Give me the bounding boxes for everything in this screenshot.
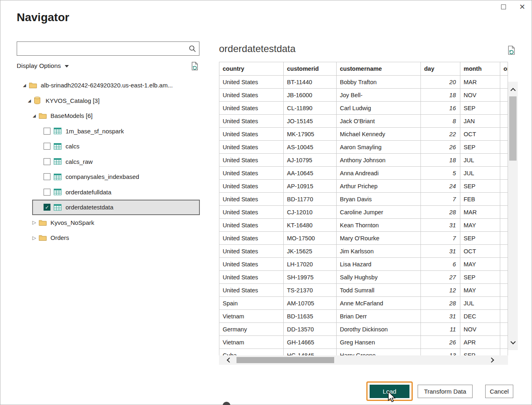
table-row: United StatesJK-15625Jim Karlsson31OCT [219,245,508,258]
table-cell: BD-11635 [284,310,337,323]
table-cell [500,167,508,180]
tree-item-orderdatefulldata[interactable]: orderdatefulldata [32,185,200,200]
table-row: VietnamGH-14665Greg Hansen26APR [219,336,508,349]
table-cell: NOV [460,323,500,336]
column-header: customerid [284,62,337,76]
table-checkbox[interactable] [44,143,50,150]
column-header: country [219,62,284,76]
collapse-arrow-icon[interactable]: ◢ [31,113,37,118]
close-button[interactable]: ✕ [513,0,532,13]
expand-arrow-icon[interactable]: ▷ [31,235,37,241]
scroll-left-button[interactable] [222,355,234,365]
table-checkbox[interactable] [44,189,50,196]
tree-item-basemodels-6[interactable]: ◢BaseModels [6] [17,108,200,124]
horizontal-scroll-thumb[interactable] [236,357,334,363]
transform-data-button[interactable]: Transform Data [418,385,473,398]
table-cell: United States [219,193,284,206]
tree-item-orderdatetestdata[interactable]: ✓orderdatetestdata [32,200,200,215]
table-cell: United States [219,206,284,219]
table-cell: Dorothy Dickinson [337,323,421,336]
maximize-icon [501,4,506,9]
table-row: United StatesJO-15145Jack O'Briant8JAN [219,115,508,128]
table-row: United StatesKT-16480Kean Thornton31MAY [219,219,508,232]
table-cell: HG-14845 [284,349,337,356]
table-checkbox[interactable] [44,128,50,135]
expand-arrow-icon[interactable]: ▷ [31,220,37,225]
table-checkbox[interactable] [44,173,50,180]
table-cell: 31 [421,219,460,232]
table-cell: Anne McFarland [337,297,421,310]
table-cell [500,76,508,89]
column-header: customername [337,62,421,76]
table-cell: United States [219,76,284,89]
scroll-down-button[interactable] [508,337,518,348]
collapse-arrow-icon[interactable]: ◢ [22,83,27,87]
cancel-button[interactable]: Cancel [485,385,513,398]
table-cell: Bryan Davis [337,193,421,206]
table-cell [500,154,508,167]
chevron-left-icon [227,357,232,363]
table-cell: MO-17500 [284,232,337,245]
table-cell: 6 [421,258,460,271]
search-icon[interactable] [186,45,199,53]
tree-item-calcs[interactable]: calcs [32,139,200,154]
tree-item-1m-base-sf-nospark[interactable]: 1m_base_sf_nospark [32,124,200,139]
refresh-preview-icon[interactable] [506,45,517,55]
database-icon [34,96,42,105]
tree-item-kyvos-nospark[interactable]: ▷Kyvos_NoSpark [17,215,200,231]
table-cell: Anthony Johnson [337,154,421,167]
maximize-button[interactable] [494,0,513,13]
table-cell [500,232,508,245]
table-cell: United States [219,219,284,232]
vertical-scrollbar[interactable] [508,82,518,350]
table-row: United StatesLH-17020Lisa Hazard6MAY [219,258,508,271]
table-cell [500,193,508,206]
table-cell: 7 [421,232,460,245]
refresh-icon[interactable] [190,61,199,71]
table-cell: CJ-12010 [284,206,337,219]
table-checkbox[interactable] [44,158,50,165]
table-cell: MAY [460,284,500,297]
tree-item-companysales-indexbased[interactable]: companysales_indexbased [32,169,200,185]
table-cell: United States [219,89,284,102]
preview-title: orderdatetestdata [219,43,296,54]
search-box[interactable] [17,41,199,56]
vertical-scroll-thumb[interactable] [509,96,517,161]
chevron-down-icon [510,339,516,344]
table-cell: MAR [460,76,500,89]
table-cell [500,284,508,297]
table-icon [54,189,62,195]
table-cell [500,128,508,141]
table-cell: 31 [421,310,460,323]
tree-item-orders[interactable]: ▷Orders [17,230,200,246]
table-cell: 11 [421,323,460,336]
table-cell: 26 [421,141,460,154]
table-cell: BT-11440 [284,76,337,89]
column-header: month [460,62,500,76]
tree-item-calcs-raw[interactable]: calcs_raw [32,154,200,170]
horizontal-scrollbar[interactable] [219,355,508,365]
table-cell: MK-17905 [284,128,337,141]
tree-item-label: calcs_raw [66,158,93,165]
search-input[interactable] [17,42,186,55]
collapse-arrow-icon[interactable]: ◢ [26,98,32,103]
folder-icon [39,219,47,226]
table-row: United StatesAA-10645Anna Andreadi5JUL [219,167,508,180]
table-icon [54,174,62,180]
tree-item-alb-srinadh20242-624920320-us-east-1-elb-am[interactable]: ◢alb-srinadh20242-624920320.us-east-1.el… [17,78,200,93]
table-cell: JUL [460,167,500,180]
table-cell: FEB [460,193,500,206]
table-row: GermanyDD-13570Dorothy Dickinson11NOV [219,323,508,336]
table-cell [500,297,508,310]
scroll-up-button[interactable] [508,84,518,95]
tree-item-kyvos-catalog-3[interactable]: ◢KYVOS_Catalog [3] [17,93,200,109]
table-checkbox[interactable]: ✓ [44,204,50,211]
table-cell: 18 [421,154,460,167]
scroll-right-button[interactable] [486,355,498,365]
table-cell: United States [219,271,284,284]
display-options-dropdown[interactable]: Display Options [17,62,69,70]
tree-item-label: BaseModels [6] [50,112,92,119]
table-cell: LH-17020 [284,258,337,271]
preview-table-container: countrycustomeridcustomernamedaymonthord… [219,62,508,355]
chevron-right-icon [489,357,494,363]
